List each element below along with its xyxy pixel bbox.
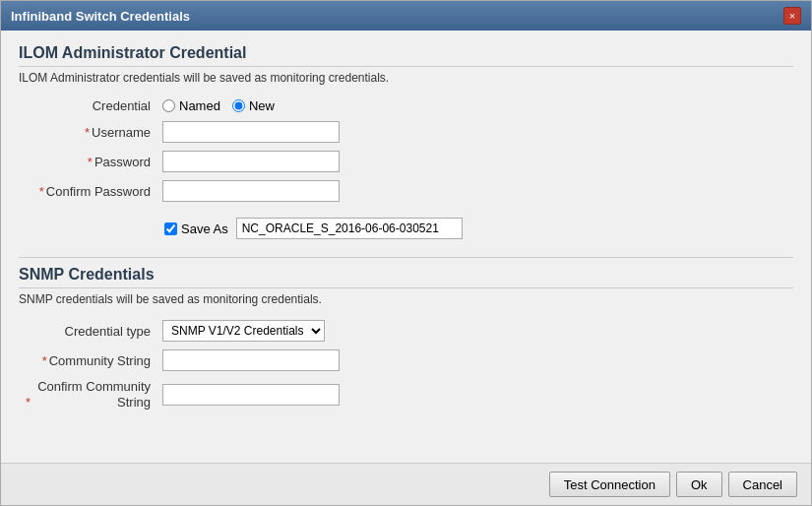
community-string-label: Community String — [49, 353, 151, 368]
snmp-section-desc: SNMP credentials will be saved as monito… — [19, 292, 793, 306]
password-row: *Password — [19, 147, 793, 176]
named-radio-text: Named — [179, 98, 220, 113]
confirm-community-string-label-cell: *Confirm Community String — [19, 375, 156, 413]
dialog-title: Infiniband Switch Credentials — [11, 9, 190, 24]
dialog-body: ILOM Administrator Credential ILOM Admin… — [1, 31, 811, 463]
confirm-password-label: Confirm Password — [46, 184, 151, 199]
save-as-row: Save As — [164, 212, 793, 249]
cancel-button[interactable]: Cancel — [728, 472, 797, 497]
credential-type-row: Credential type SNMP V1/V2 Credentials S… — [19, 316, 793, 346]
save-as-label: Save As — [181, 221, 228, 236]
community-string-row: *Community String — [19, 346, 793, 375]
credential-row: Credential Named New — [19, 95, 793, 117]
confirm-password-row: *Confirm Password — [19, 176, 793, 206]
credential-label: Credential — [19, 95, 156, 117]
snmp-section-title: SNMP Credentials — [19, 266, 793, 288]
community-string-input[interactable] — [162, 349, 340, 371]
infiniband-switch-credentials-dialog: Infiniband Switch Credentials × ILOM Adm… — [0, 0, 812, 506]
confirm-password-required-star: * — [39, 184, 44, 199]
new-radio-text: New — [249, 98, 275, 113]
confirm-password-input[interactable] — [162, 180, 340, 202]
dialog-titlebar: Infiniband Switch Credentials × — [1, 1, 811, 31]
new-radio-label[interactable]: New — [232, 98, 275, 113]
confirm-community-string-required-star: * — [26, 395, 31, 410]
password-label-cell: *Password — [19, 147, 156, 176]
credential-type-select[interactable]: SNMP V1/V2 Credentials SNMP V3 Credentia… — [162, 320, 325, 342]
credential-type-label-cell: Credential type — [19, 316, 156, 346]
confirm-password-input-cell — [156, 176, 793, 206]
confirm-password-label-cell: *Confirm Password — [19, 176, 156, 206]
ilom-section: ILOM Administrator Credential ILOM Admin… — [19, 44, 793, 249]
username-input-cell — [156, 117, 793, 147]
ilom-section-title: ILOM Administrator Credential — [19, 44, 793, 67]
ilom-form-table: Credential Named New — [19, 95, 793, 206]
confirm-community-string-input-cell — [156, 375, 793, 413]
username-row: *Username — [19, 117, 793, 147]
ok-button[interactable]: Ok — [676, 472, 722, 497]
password-label: Password — [94, 155, 151, 169]
named-radio[interactable] — [162, 99, 175, 112]
community-string-input-cell — [156, 346, 793, 375]
dialog-footer: Test Connection Ok Cancel — [1, 463, 811, 505]
password-input-cell — [156, 147, 793, 176]
save-as-input[interactable] — [236, 218, 463, 239]
ilom-section-desc: ILOM Administrator credentials will be s… — [19, 71, 793, 85]
credential-type-input-cell: SNMP V1/V2 Credentials SNMP V3 Credentia… — [156, 316, 793, 346]
snmp-form-table: Credential type SNMP V1/V2 Credentials S… — [19, 316, 793, 413]
username-required-star: * — [85, 125, 90, 140]
confirm-community-string-row: *Confirm Community String — [19, 375, 793, 413]
credential-radio-cell: Named New — [156, 95, 793, 117]
test-connection-button[interactable]: Test Connection — [549, 472, 670, 497]
password-required-star: * — [88, 155, 93, 169]
new-radio[interactable] — [232, 99, 245, 112]
confirm-community-string-label: Confirm Community String — [32, 379, 151, 410]
credential-type-select-container: SNMP V1/V2 Credentials SNMP V3 Credentia… — [162, 320, 787, 342]
username-label-cell: *Username — [19, 117, 156, 147]
community-string-label-cell: *Community String — [19, 346, 156, 375]
save-as-checkbox[interactable] — [164, 222, 177, 235]
username-label: Username — [92, 125, 151, 140]
confirm-community-string-input[interactable] — [162, 384, 340, 406]
password-input[interactable] — [162, 151, 340, 172]
named-radio-label[interactable]: Named — [162, 98, 220, 113]
save-as-checkbox-label[interactable]: Save As — [164, 221, 228, 236]
section-divider — [19, 257, 793, 258]
snmp-section: SNMP Credentials SNMP credentials will b… — [19, 266, 793, 413]
dialog-close-button[interactable]: × — [783, 7, 801, 25]
username-input[interactable] — [162, 121, 340, 143]
community-string-required-star: * — [42, 353, 47, 368]
credential-radio-group: Named New — [162, 98, 787, 113]
